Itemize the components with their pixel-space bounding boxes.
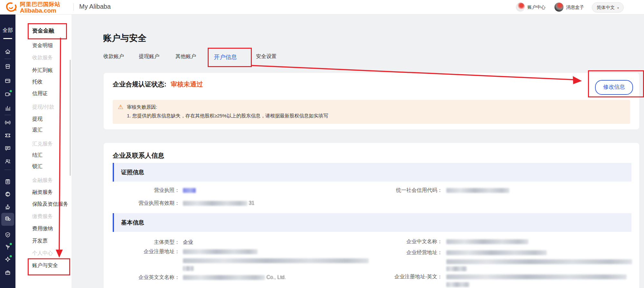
license-validity-value: 31 <box>183 200 254 207</box>
message-box-avatar[interactable] <box>554 3 564 12</box>
sparkle-icon[interactable] <box>5 256 11 263</box>
reg-address-en-value-line2 <box>446 281 469 288</box>
sidebar-item-lock-exchange[interactable]: 锁汇 <box>32 163 43 170</box>
language-selector[interactable]: 简体中文 ▾ <box>592 2 624 13</box>
users-icon[interactable] <box>5 158 11 164</box>
compliance-status-line: 企业合规认证状态: 审核未通过 <box>113 80 203 89</box>
logo-line1: 阿里巴巴国际站 <box>20 2 61 7</box>
alibaba-logo-icon <box>5 1 18 15</box>
sidebar-item-collection[interactable]: 托收 <box>32 78 43 85</box>
sidebar-item-funds-detail[interactable]: 资金明细 <box>32 42 53 49</box>
biz-address-label: 企业经营地址： <box>372 249 442 256</box>
screen: 阿里巴巴国际站 Alibaba.com My Alibaba 账户中心 消息盒子… <box>0 0 644 288</box>
reg-address-value-line2 <box>183 257 369 264</box>
tab-security-settings[interactable]: 安全设置 <box>256 53 277 60</box>
chat-icon[interactable] <box>5 145 11 152</box>
reg-address-value-line3 <box>183 265 194 272</box>
annotation-box-account-security <box>28 258 70 275</box>
company-info-title: 企业及联系人信息 <box>113 151 164 160</box>
sidebar-item-withdraw[interactable]: 提现 <box>32 115 43 123</box>
en-name-tail: Co., Ltd. <box>266 274 286 280</box>
reg-address-value-line1 <box>183 248 258 255</box>
main-content: 账户与安全 收款账户 提现账户 其他账户 开户信息 安全设置 企业合规认证状态:… <box>71 14 644 288</box>
reg-address-label: 企业注册地址： <box>115 248 180 255</box>
ticket-icon[interactable] <box>5 132 11 139</box>
compliance-status-value: 审核未通过 <box>171 81 203 88</box>
logo-text: 阿里巴巴国际站 Alibaba.com <box>20 2 61 14</box>
tab-receiving-account[interactable]: 收款账户 <box>103 53 124 60</box>
notification-dot <box>10 255 12 257</box>
rail-all-label[interactable]: 全部 <box>0 27 15 34</box>
account-center-link[interactable]: 账户中心 <box>527 5 545 10</box>
company-info-card: 企业及联系人信息 证照信息 营业执照： 营业执照有效期： 31 统一社会信用代码… <box>104 143 639 288</box>
store-icon[interactable] <box>5 63 11 70</box>
account-center-avatar[interactable] <box>516 3 525 12</box>
sidebar-item-fx-arrival[interactable]: 外汇到账 <box>32 67 53 74</box>
compliance-status-label: 企业合规认证状态: <box>113 81 166 88</box>
cn-name-value <box>446 238 528 245</box>
sidebar-group-collection-services: 收款服务 <box>32 54 53 61</box>
warning-triangle-icon: ⚠ <box>118 103 123 111</box>
en-name-value: Co., Ltd. <box>183 274 286 281</box>
tab-withdrawal-account[interactable]: 提现账户 <box>139 53 159 60</box>
reg-address-en-label: 企业注册地址-英文： <box>372 273 442 280</box>
annotation-box-tab-opening-info <box>208 48 252 67</box>
sidebar-item-fee-payment[interactable]: 费用缴纳 <box>32 225 53 232</box>
reg-address-en-value-line1 <box>446 273 627 280</box>
wallet-icon[interactable] <box>5 77 11 84</box>
license-validity-tail: 31 <box>249 200 254 206</box>
warning-title: 审核失败原因: <box>127 104 157 110</box>
caret-down-icon: ▾ <box>617 6 619 10</box>
rail-divider <box>5 115 11 115</box>
sidebar-item-letter-of-credit[interactable]: 信用证 <box>32 90 48 97</box>
coins-icon[interactable] <box>5 215 11 222</box>
shield-check-icon[interactable] <box>5 232 11 238</box>
sidebar-item-settle-exchange[interactable]: 结汇 <box>32 152 43 159</box>
clipboard-icon[interactable] <box>5 178 11 185</box>
annotation-box-funds-finance <box>28 23 67 39</box>
biz-address-value-line2 <box>446 258 632 265</box>
video-icon[interactable] <box>5 91 11 97</box>
alibaba-logo[interactable]: 阿里巴巴国际站 Alibaba.com <box>5 1 61 15</box>
nav-rail: 全部 <box>0 14 15 288</box>
sidebar-item-invoicing[interactable]: 开发票 <box>32 237 48 244</box>
tab-other-account[interactable]: 其他账户 <box>175 53 196 60</box>
globe-icon[interactable] <box>5 191 11 197</box>
basic-section-title: 基本信息 <box>121 213 144 232</box>
sidebar-item-financing-services[interactable]: 融资服务 <box>32 189 53 196</box>
credit-code-label: 统一社会信用代码： <box>372 187 442 194</box>
warning-detail: 1. 您提供的股东信息缺失，存在其他股权≥25%以上的股东信息，请根据最新股权信… <box>127 113 328 119</box>
broadcast-icon[interactable] <box>5 119 11 126</box>
business-license-label: 营业执照： <box>115 187 180 194</box>
license-validity-label: 营业执照有效期： <box>115 200 180 207</box>
sidebar-group-payment-services: 缴费服务 <box>32 213 53 220</box>
basic-section-header: 基本信息 <box>113 213 631 232</box>
sidebar-item-refund-remittance[interactable]: 退汇 <box>32 126 43 134</box>
cn-name-label: 企业中文名称： <box>372 238 442 245</box>
briefcase-icon[interactable] <box>5 269 11 276</box>
sprout-icon[interactable] <box>5 244 11 250</box>
app-title: My Alibaba <box>79 3 111 10</box>
logo-line2: Alibaba.com <box>20 7 61 14</box>
rail-divider <box>5 59 11 59</box>
notification-dot <box>10 90 12 92</box>
sidebar-item-insurance-credit[interactable]: 保险及资信服务 <box>32 201 68 208</box>
home-icon[interactable] <box>5 48 11 55</box>
sidebar-group-personal-center: 个人中心 <box>32 250 53 257</box>
sidebar-scrollbar-thumb[interactable] <box>70 60 71 176</box>
entity-type-label: 主体类型： <box>115 239 180 246</box>
ship-icon[interactable] <box>5 203 11 210</box>
notification-dot <box>10 243 12 245</box>
sidebar-group-exchange-services: 汇兑服务 <box>32 140 53 147</box>
rail-all-underline <box>3 38 12 39</box>
audit-warning-box: ⚠ 审核失败原因: 1. 您提供的股东信息缺失，存在其他股权≥25%以上的股东信… <box>113 100 630 124</box>
business-license-value[interactable] <box>183 187 196 194</box>
message-box-link[interactable]: 消息盒子 <box>566 5 584 10</box>
entity-type-value: 企业 <box>183 239 193 246</box>
annotation-box-modify-button <box>588 70 644 97</box>
credit-code-value <box>446 187 509 194</box>
bar-chart-icon[interactable] <box>5 104 11 111</box>
en-name-label: 企业英文文名称： <box>115 274 180 281</box>
top-header: 阿里巴巴国际站 Alibaba.com My Alibaba 账户中心 消息盒子… <box>0 0 644 15</box>
language-label: 简体中文 <box>597 5 615 10</box>
